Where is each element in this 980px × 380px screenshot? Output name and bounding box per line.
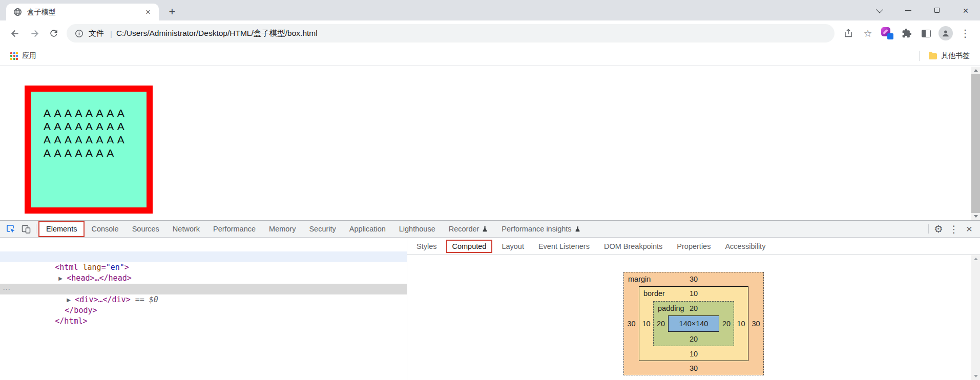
inspect-cursor-icon [6, 224, 16, 234]
sidebar-tab-event-listeners[interactable]: Event Listeners [531, 242, 597, 250]
reload-icon [49, 28, 59, 38]
dom-node-html[interactable]: <html lang="en"> [0, 251, 407, 262]
border-left-value[interactable]: 10 [639, 320, 653, 328]
apps-shortcut[interactable]: 应用 [6, 49, 40, 62]
devtools-tab-sources[interactable]: Sources [126, 221, 166, 237]
padding-bottom-value[interactable]: 20 [690, 335, 698, 343]
sidebar-tab-dom-breakpoints[interactable]: DOM Breakpoints [597, 242, 670, 250]
tab-search-button[interactable] [865, 0, 894, 20]
sidebar-tab-layout[interactable]: Layout [494, 242, 531, 250]
dom-node-doctype[interactable]: <!DOCTYPE html> [0, 241, 407, 251]
sidebar-tab-accessibility[interactable]: Accessibility [718, 242, 773, 250]
forward-icon [29, 28, 40, 39]
dom-node-head[interactable]: ▶<head>…</head> [0, 262, 407, 273]
other-bookmarks-button[interactable]: 其他书签 [925, 49, 974, 62]
margin-label: margin [628, 275, 651, 283]
minimize-icon [905, 10, 911, 11]
box-model-margin-region[interactable]: margin 30 30 border 10 [623, 272, 764, 375]
browser-tab[interactable]: 盒子模型 × [6, 4, 159, 20]
sidebar-tab-properties[interactable]: Properties [670, 242, 718, 250]
new-tab-button[interactable]: + [165, 5, 179, 19]
border-right-value[interactable]: 10 [734, 320, 748, 328]
devtools-body: <!DOCTYPE html> <html lang="en"> ▶<head>… [0, 238, 980, 380]
padding-top-value[interactable]: 20 [690, 304, 698, 312]
border-top-value[interactable]: 10 [690, 289, 698, 298]
apps-grid-icon [10, 52, 18, 60]
devtools-tab-recorder[interactable]: Recorder [442, 221, 495, 237]
devtools-tab-memory[interactable]: Memory [262, 221, 302, 237]
profile-button[interactable] [936, 24, 955, 43]
devtools-menu-button[interactable]: ⋮ [946, 222, 962, 236]
minimize-button[interactable] [894, 0, 923, 20]
margin-top-value[interactable]: 30 [690, 275, 698, 283]
back-button[interactable] [5, 24, 25, 43]
margin-bottom-value[interactable]: 30 [690, 364, 698, 372]
extension-shortcut-button[interactable] [878, 24, 897, 43]
devtools-tab-performance-insights[interactable]: Performance insights [495, 221, 587, 237]
margin-left-value[interactable]: 30 [624, 320, 639, 328]
side-panel-button[interactable] [916, 24, 936, 43]
kebab-menu-icon: ⋮ [960, 27, 970, 39]
devtools-tab-performance[interactable]: Performance [206, 221, 262, 237]
padding-right-value[interactable]: 20 [719, 320, 734, 328]
url-scheme-label: 文件 [89, 29, 104, 38]
sidebar-tab-bar: Styles Computed Layout Event Listeners D… [407, 238, 980, 255]
devtools-settings-button[interactable]: ⚙ [931, 222, 946, 236]
demo-box-line: A A A A A A A A [44, 133, 141, 146]
devtools-close-button[interactable]: × [962, 222, 977, 236]
scroll-down-icon[interactable] [974, 375, 978, 377]
device-toolbar-button[interactable] [18, 222, 34, 236]
devtools-separator [36, 224, 36, 234]
page-scrollbar-thumb[interactable] [971, 74, 980, 213]
flask-icon [574, 226, 581, 233]
elements-dom-tree: <!DOCTYPE html> <html lang="en"> ▶<head>… [0, 238, 407, 380]
gear-icon: ⚙ [934, 223, 943, 235]
scroll-down-icon[interactable] [974, 215, 978, 218]
dom-node-div-selected[interactable]: ⋯▶<div>…</div> == $0 [0, 284, 407, 294]
globe-favicon-icon [13, 8, 22, 16]
border-bottom-value[interactable]: 10 [690, 350, 698, 358]
bookmark-star-button[interactable]: ☆ [858, 24, 878, 43]
computed-pane: margin 30 30 border 10 [407, 255, 980, 380]
bookmarks-divider [919, 51, 920, 61]
restore-button[interactable] [923, 0, 951, 20]
box-model-padding-region[interactable]: padding 20 20 140×140 [653, 301, 734, 346]
restore-icon [934, 8, 940, 13]
box-model-content-region[interactable]: 140×140 [668, 315, 719, 332]
tab-close-icon[interactable]: × [142, 7, 154, 18]
site-info-icon[interactable] [75, 29, 84, 38]
forward-button[interactable] [25, 24, 44, 43]
sidebar-tab-computed[interactable]: Computed [446, 240, 493, 253]
apps-shortcut-label: 应用 [22, 51, 36, 60]
devtools-tab-security[interactable]: Security [302, 221, 342, 237]
address-bar[interactable]: 文件 | C:/Users/Administrator/Desktop/HTML… [67, 24, 835, 43]
browser-window: 盒子模型 × + × 文件 | C:/Users/Administrator/D… [0, 0, 980, 380]
page-scrollbar[interactable] [971, 67, 980, 220]
styles-sidebar: Styles Computed Layout Event Listeners D… [407, 238, 980, 380]
scroll-up-icon[interactable] [974, 258, 978, 260]
border-label: border [643, 289, 665, 298]
share-button[interactable] [839, 24, 858, 43]
sidebar-tab-styles[interactable]: Styles [409, 242, 444, 250]
devtools-tab-elements[interactable]: Elements [38, 221, 85, 237]
dom-node-body-open[interactable]: ▼<body> [0, 273, 407, 284]
margin-right-value[interactable]: 30 [748, 320, 763, 328]
devtools-tab-console[interactable]: Console [85, 221, 125, 237]
padding-left-value[interactable]: 20 [654, 320, 668, 328]
dom-node-html-close[interactable]: </html> [0, 305, 407, 316]
inspect-element-button[interactable] [3, 222, 18, 236]
devtools-tab-lighthouse[interactable]: Lighthouse [392, 221, 442, 237]
devtools-tab-application[interactable]: Application [343, 221, 392, 237]
scroll-up-icon[interactable] [974, 69, 978, 72]
extensions-button[interactable] [897, 24, 916, 43]
node-options-icon[interactable]: ⋯ [3, 284, 10, 294]
devtools-tab-network[interactable]: Network [166, 221, 206, 237]
box-model-diagram: margin 30 30 border 10 [623, 272, 764, 375]
reload-button[interactable] [44, 24, 64, 43]
close-window-button[interactable]: × [951, 0, 980, 20]
dom-node-body-close[interactable]: </body> [0, 294, 407, 305]
devtools-separator [928, 224, 929, 234]
browser-menu-button[interactable]: ⋮ [955, 24, 975, 43]
box-model-border-region[interactable]: border 10 10 padding 20 [639, 286, 748, 361]
sidebar-scrollbar[interactable] [971, 255, 980, 380]
